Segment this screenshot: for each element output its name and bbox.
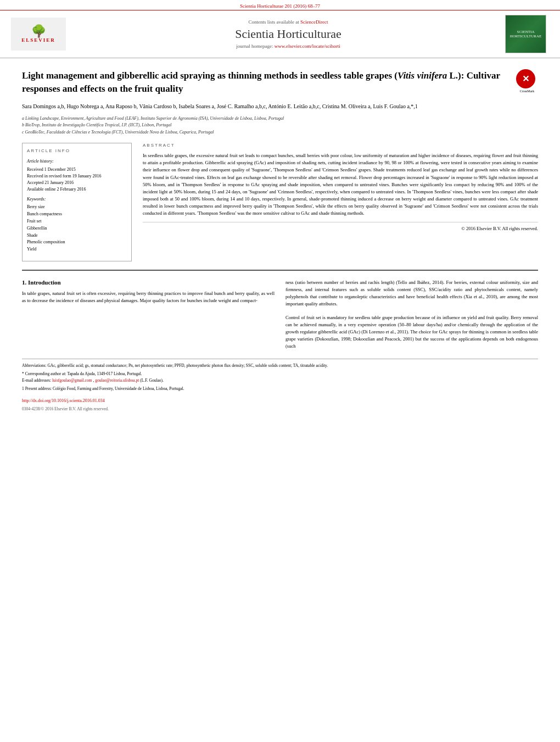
crossmark: ✕ CrossMark [516, 69, 538, 93]
copyright-notice: © 2016 Elsevier B.V. All rights reserved… [143, 222, 538, 231]
journal-title: Scientia Horticulturae [82, 27, 494, 41]
intro-paragraph2: ness (ratio between number of berries an… [285, 279, 538, 308]
article-container: Light management and gibberellic acid sp… [0, 58, 560, 423]
affiliation-a: a Linking Landscape, Environment, Agricu… [22, 115, 538, 122]
article-title: Light management and gibberellic acid sp… [22, 69, 508, 96]
article-history: Article history: Received 1 December 201… [27, 158, 127, 193]
email-line: E-mail addresses: luisfgoulao@gmail.com … [22, 377, 538, 384]
journal-logo-text: SCIENTIAHORTICULTURAE [510, 30, 542, 38]
email2-link[interactable]: goulao@reitoria.ulisboa.pt [95, 378, 140, 383]
journal-ref-text: Scientia Horticulturae 201 (2016) 68–77 [240, 3, 320, 9]
title-italic: Vitis vinifera [397, 70, 447, 81]
elsevier-brand-text: ELSEVIER [21, 37, 55, 43]
abstract-column: ABSTRACT In seedless table grapes, the e… [143, 143, 538, 261]
email-suffix: (L.F. Goulao). [140, 378, 164, 383]
sciencedirect-link[interactable]: ScienceDirect [300, 19, 328, 25]
doi-line: http://dx.doi.org/10.1016/j.scienta.2016… [22, 398, 538, 405]
abbreviations: Abbreviations: GAc, gibberellic acid; gs… [22, 362, 538, 369]
homepage-url[interactable]: www.elsevier.com/locate/scihorti [275, 43, 340, 49]
header-center: Contents lists available at ScienceDirec… [71, 19, 505, 49]
introduction-heading: 1. Introduction [22, 279, 275, 286]
affiliation-b: b BioTrop, Instituto de Investigação Cie… [22, 122, 538, 129]
corresponding-address: Tapada da Ajuda, 1349-017 Lisboa, Portug… [67, 371, 142, 376]
introduction-left: 1. Introduction In table grapes, natural… [22, 279, 275, 350]
section-divider [22, 270, 538, 271]
elsevier-tree-icon: 🌳 [31, 25, 46, 37]
article-info-title: ARTICLE INFO [27, 148, 127, 155]
keyword-yield: Yield [27, 246, 127, 253]
history-label: Article history: [27, 158, 127, 165]
intro-paragraph3: Control of fruit set is mandatory for se… [285, 314, 538, 350]
introduction-section: 1. Introduction In table grapes, natural… [22, 279, 538, 350]
intro-para3-text: Control of fruit set is mandatory for se… [285, 315, 538, 349]
doi-link[interactable]: http://dx.doi.org/10.1016/j.scienta.2016… [22, 398, 105, 403]
journal-logo-box: SCIENTIAHORTICULTURAE [505, 15, 546, 53]
abbrev-text: GAc, gibberellic acid; gs, stomatal cond… [47, 363, 328, 368]
journal-reference-bar: Scientia Horticulturae 201 (2016) 68–77 [0, 0, 560, 10]
issn-line: 0304-4238/© 2016 Elsevier B.V. All right… [22, 406, 538, 412]
accepted-date: Accepted 21 January 2016 [27, 180, 127, 186]
homepage-label: journal homepage: [236, 43, 273, 49]
article-info-box: ARTICLE INFO Article history: Received 1… [22, 143, 132, 261]
intro-para1-text: In table grapes, natural fruit set is of… [22, 291, 275, 303]
keywords-label: Keywords: [27, 196, 127, 203]
journal-homepage: journal homepage: www.elsevier.com/locat… [82, 43, 494, 49]
article-info-column: ARTICLE INFO Article history: Received 1… [22, 143, 132, 261]
intro-para2-text: ness (ratio between number of berries an… [285, 280, 538, 307]
section-title: Introduction [28, 279, 61, 286]
affiliation-c: c GeoBioTec, Faculdade de Ciências e Tec… [22, 129, 538, 136]
keyword-fruit-set: Fruit set [27, 218, 127, 225]
abstract-title: ABSTRACT [143, 143, 538, 148]
keyword-bunch-compactness: Bunch compactness [27, 211, 127, 218]
abstract-text: In seedless table grapes, the excessive … [143, 152, 538, 217]
email-label: E-mail addresses: [22, 378, 51, 383]
keyword-phenolic: Phenolic composition [27, 239, 127, 246]
affiliations: a Linking Landscape, Environment, Agricu… [22, 115, 538, 136]
keyword-shade: Shade [27, 232, 127, 239]
email1-link[interactable]: luisfgoulao@gmail.com [52, 378, 93, 383]
contents-line: Contents lists available at ScienceDirec… [82, 19, 494, 25]
corresponding-label: * Corresponding author at: [22, 371, 66, 376]
contents-label: Contents lists available at [249, 19, 299, 25]
intro-paragraph1: In table grapes, natural fruit set is of… [22, 290, 275, 304]
footnote-area: Abbreviations: GAc, gibberellic acid; gs… [22, 359, 538, 412]
available-date: Available online 2 February 2016 [27, 186, 127, 193]
article-info-abstract-section: ARTICLE INFO Article history: Received 1… [22, 143, 538, 261]
crossmark-icon: ✕ [516, 69, 535, 88]
elsevier-logo: 🌳 ELSEVIER [11, 18, 71, 51]
keywords-list: Berry size Bunch compactness Fruit set G… [27, 204, 127, 253]
abstract-section: ABSTRACT In seedless table grapes, the e… [143, 143, 538, 231]
authors-text: Sara Domingos a,b, Hugo Nobrega a, Ana R… [22, 103, 418, 109]
introduction-right: ness (ratio between number of berries an… [285, 279, 538, 350]
received-revised-date: Received in revised form 19 January 2016 [27, 173, 127, 180]
abbrev-label: Abbreviations: [22, 363, 47, 368]
received-date: Received 1 December 2015 [27, 166, 127, 173]
keyword-gibberellin: Gibberellin [27, 225, 127, 232]
journal-logo: SCIENTIAHORTICULTURAE [505, 15, 549, 53]
authors-line: Sara Domingos a,b, Hugo Nobrega a, Ana R… [22, 102, 538, 111]
article-title-section: Light management and gibberellic acid sp… [22, 69, 538, 96]
journal-header: 🌳 ELSEVIER Contents lists available at S… [0, 10, 560, 58]
section-number: 1. [22, 279, 26, 286]
footnote1-text: 1 Present address: Colégio Food, Farming… [22, 386, 538, 392]
keywords-section: Keywords: Berry size Bunch compactness F… [27, 196, 127, 253]
keyword-berry-size: Berry size [27, 204, 127, 211]
title-part1: Light management and gibberellic acid sp… [22, 70, 397, 81]
corresponding-author: * Corresponding author at: Tapada da Aju… [22, 371, 538, 377]
crossmark-label: CrossMark [516, 90, 538, 93]
